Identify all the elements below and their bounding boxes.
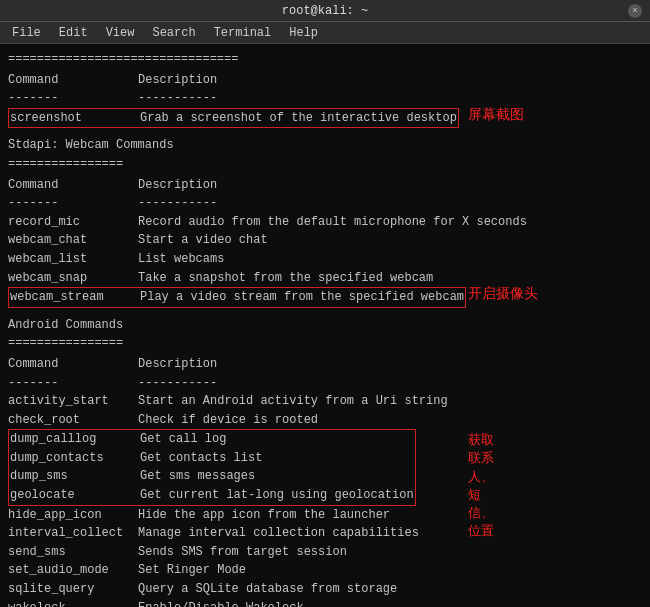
table-row: interval_collect Manage interval collect… xyxy=(8,524,448,543)
section2-header: Stdapi: Webcam Commands xyxy=(8,136,642,155)
annotation-android: 获取联系人、短信、位置 xyxy=(468,431,494,540)
window-title: root@kali: ~ xyxy=(282,4,368,18)
annotation-webcam: 开启摄像头 xyxy=(468,285,538,303)
annotation-screenshot: 屏幕截图 xyxy=(468,106,524,124)
section2-table: Command Description ------- ----------- … xyxy=(8,176,527,288)
title-bar: root@kali: ~ × xyxy=(0,0,650,22)
menu-edit[interactable]: Edit xyxy=(51,24,96,42)
section2: Stdapi: Webcam Commands ================… xyxy=(8,136,642,307)
terminal[interactable]: ================================ Command… xyxy=(0,44,650,607)
section3-table-after: hide_app_icon Hide the app icon from the… xyxy=(8,506,448,607)
table-row: webcam_chat Start a video chat xyxy=(8,231,527,250)
menu-view[interactable]: View xyxy=(98,24,143,42)
menu-bar: File Edit View Search Terminal Help xyxy=(0,22,650,44)
section1-header: Command Description ------- ----------- xyxy=(8,71,217,108)
menu-help[interactable]: Help xyxy=(281,24,326,42)
android-highlight-block: dump_calllog Get call log dump_contacts … xyxy=(8,429,416,505)
webcam-stream-row: webcam_stream Play a video stream from t… xyxy=(8,287,466,308)
table-row: hide_app_icon Hide the app icon from the… xyxy=(8,506,448,525)
menu-terminal[interactable]: Terminal xyxy=(206,24,280,42)
table-row: send_sms Sends SMS from target session xyxy=(8,543,448,562)
section3: Android Commands ================ Comman… xyxy=(8,316,642,607)
section3-table: Command Description ------- ----------- … xyxy=(8,355,448,429)
table-row: record_mic Record audio from the default… xyxy=(8,213,527,232)
table-row: wakelock Enable/Disable Wakelock xyxy=(8,599,448,607)
table-row: set_audio_mode Set Ringer Mode xyxy=(8,561,448,580)
table-row: check_root Check if device is rooted xyxy=(8,411,448,430)
section2-separator: ================ xyxy=(8,155,642,174)
close-button[interactable]: × xyxy=(628,4,642,18)
menu-search[interactable]: Search xyxy=(144,24,203,42)
table-row: activity_start Start an Android activity… xyxy=(8,392,448,411)
menu-file[interactable]: File xyxy=(4,24,49,42)
section3-header: Android Commands xyxy=(8,316,642,335)
section3-separator: ================ xyxy=(8,334,642,353)
table-row: sqlite_query Query a SQLite database fro… xyxy=(8,580,448,599)
table-row: webcam_snap Take a snapshot from the spe… xyxy=(8,269,527,288)
table-row: webcam_list List webcams xyxy=(8,250,527,269)
separator-1: ================================ xyxy=(8,50,642,69)
screenshot-row: screenshot Grab a screenshot of the inte… xyxy=(8,108,459,129)
